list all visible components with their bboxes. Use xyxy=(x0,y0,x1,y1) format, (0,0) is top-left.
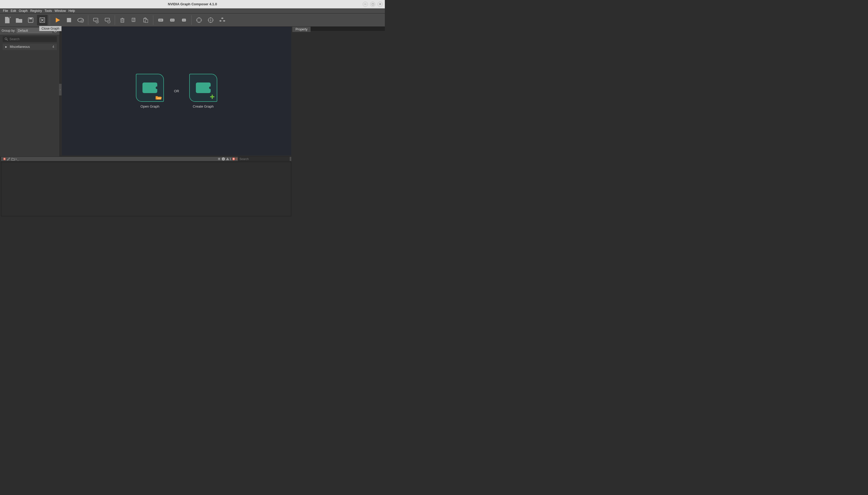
minimize-button[interactable]: ─ xyxy=(362,2,368,7)
toolbar-separator xyxy=(88,15,88,25)
error-count-value: 0 xyxy=(236,157,237,160)
error-counter[interactable]: 0 xyxy=(232,157,237,161)
svg-point-22 xyxy=(171,20,172,20)
edit-icon[interactable] xyxy=(7,157,11,161)
new-file-icon: + xyxy=(4,16,11,24)
fit-view-button[interactable] xyxy=(194,15,204,25)
play-icon xyxy=(54,16,61,24)
asterisk-icon[interactable] xyxy=(217,157,221,161)
import-button[interactable] xyxy=(90,15,101,25)
trash-icon xyxy=(119,17,126,23)
info-icon[interactable]: i xyxy=(222,157,225,161)
folder-open-icon xyxy=(155,95,162,100)
folder-icon[interactable] xyxy=(11,157,15,161)
copy-button[interactable] xyxy=(129,15,139,25)
svg-text:i: i xyxy=(223,158,223,160)
graph-icon xyxy=(196,83,211,93)
menu-file[interactable]: File xyxy=(2,9,9,13)
open-graph-button[interactable] xyxy=(14,15,24,25)
console-toolbar: >_ i ! 1 0 xyxy=(1,156,291,161)
console-search-input[interactable] xyxy=(238,157,290,161)
svg-point-23 xyxy=(173,20,173,20)
open-graph-tile[interactable]: Open Graph xyxy=(136,74,164,108)
details-low-button[interactable] xyxy=(179,15,189,25)
svg-text:!: ! xyxy=(227,158,228,160)
svg-rect-16 xyxy=(145,20,148,22)
terminal-icon[interactable]: >_ xyxy=(15,157,19,161)
cloud-check-icon xyxy=(77,16,84,24)
menu-help[interactable]: Help xyxy=(67,9,76,13)
dot-one-icon xyxy=(180,17,188,23)
run-button[interactable] xyxy=(52,15,63,25)
crosshair-dot-icon xyxy=(207,16,214,24)
save-graph-button[interactable] xyxy=(25,15,36,25)
svg-rect-4 xyxy=(67,18,71,22)
property-tab[interactable]: Property xyxy=(292,27,311,32)
tray-down-icon xyxy=(92,17,99,23)
clear-log-icon[interactable] xyxy=(3,157,6,161)
svg-point-6 xyxy=(81,20,84,22)
tray-up-icon: + xyxy=(104,17,111,23)
dots-three-icon xyxy=(157,17,164,23)
stop-button[interactable] xyxy=(64,15,74,25)
canvas-or-label: OR xyxy=(174,89,179,93)
graph-canvas[interactable]: Open Graph OR Create Graph xyxy=(62,27,291,155)
menu-edit[interactable]: Edit xyxy=(9,9,17,13)
property-panel: Property xyxy=(292,27,385,156)
property-tab-bar: Property xyxy=(292,27,385,31)
toolbar-separator xyxy=(191,15,192,25)
graph-icon xyxy=(142,83,157,93)
paste-button[interactable] xyxy=(140,15,151,25)
details-high-button[interactable] xyxy=(155,15,166,25)
window-title: NVIDIA Graph Composer 4.1.0 xyxy=(168,2,217,6)
delete-button[interactable] xyxy=(117,15,128,25)
export-button[interactable]: + xyxy=(102,15,112,25)
create-graph-tile[interactable]: Create Graph xyxy=(189,74,217,108)
maximize-button[interactable]: ▢ xyxy=(370,2,375,7)
close-file-icon xyxy=(39,16,46,24)
svg-point-20 xyxy=(161,20,162,20)
search-icon xyxy=(5,37,8,41)
stop-icon xyxy=(65,16,73,24)
svg-point-28 xyxy=(210,20,211,21)
svg-point-25 xyxy=(184,20,184,20)
cubes-icon xyxy=(218,16,226,24)
svg-rect-15 xyxy=(144,17,146,18)
sidebar-search[interactable] xyxy=(3,36,57,42)
svg-text:+: + xyxy=(108,20,110,23)
menu-tools[interactable]: Tools xyxy=(43,9,53,13)
svg-point-18 xyxy=(159,20,160,20)
layout-button[interactable] xyxy=(217,15,228,25)
sidebar-search-input[interactable] xyxy=(10,37,55,41)
close-window-button[interactable]: ✕ xyxy=(377,2,383,7)
toolbar: + Close Graph + xyxy=(0,14,385,27)
warning-counter[interactable]: ! 1 xyxy=(226,157,231,161)
menubar: File Edit Graph Registry Tools Window He… xyxy=(0,8,385,14)
property-panel-lower xyxy=(292,156,385,217)
create-graph-label: Create Graph xyxy=(193,104,214,108)
group-by-label: Group by: xyxy=(2,29,16,33)
open-graph-label: Open Graph xyxy=(140,104,159,108)
tree-item-label: Miscellaneous xyxy=(10,45,52,49)
menu-window[interactable]: Window xyxy=(53,9,67,13)
warn-count-value: 1 xyxy=(230,157,231,160)
crosshair-icon xyxy=(195,16,203,24)
svg-rect-12 xyxy=(121,19,124,22)
menu-graph[interactable]: Graph xyxy=(17,9,29,13)
window-titlebar: NVIDIA Graph Composer 4.1.0 ─ ▢ ✕ xyxy=(0,0,385,8)
console-output[interactable] xyxy=(1,162,291,216)
close-graph-button[interactable]: Close Graph xyxy=(37,15,48,25)
run-remote-button[interactable] xyxy=(75,15,86,25)
svg-text:+: + xyxy=(9,16,11,19)
menu-registry[interactable]: Registry xyxy=(29,9,43,13)
copy-icon xyxy=(130,17,138,23)
center-view-button[interactable] xyxy=(206,15,216,25)
details-med-button[interactable] xyxy=(167,15,178,25)
tree-item-miscellaneous[interactable]: ▶ Miscellaneous 4 xyxy=(3,44,57,50)
component-sidebar: Group by: Default ▶ Miscellaneous 4 ‹ xyxy=(0,27,60,156)
svg-point-19 xyxy=(160,20,161,20)
sidebar-collapse-handle[interactable]: ‹ xyxy=(59,84,61,96)
new-graph-button[interactable]: + xyxy=(2,15,13,25)
toolbar-separator xyxy=(50,15,50,25)
dots-two-icon xyxy=(169,17,176,23)
